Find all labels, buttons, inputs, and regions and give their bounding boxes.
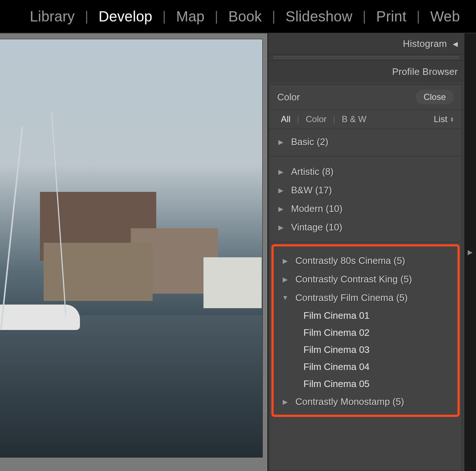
triangle-right-icon: ▶ (277, 205, 285, 213)
histogram-collapsed-indicator (268, 55, 464, 61)
triangle-right-icon: ▶ (282, 398, 289, 406)
profile-group-label: Modern (10) (291, 203, 343, 214)
close-button[interactable]: Close (416, 90, 454, 104)
profile-preset-item[interactable]: Film Cinema 05 (274, 375, 457, 392)
triangle-down-icon: ▼ (282, 294, 289, 302)
filter-bw[interactable]: B & W (338, 114, 370, 124)
profile-groups-list[interactable]: ▶Basic (2) ▶Artistic (8)▶B&W (17)▶Modern… (269, 129, 462, 471)
profile-group-row[interactable]: ▼Contrastly Film Cinema (5) (274, 289, 457, 307)
workspace: Histogram ◀ Profile Browser Color Close … (0, 33, 476, 471)
profile-group-label: B&W (17) (291, 185, 332, 196)
module-tab-book[interactable]: Book (219, 8, 271, 25)
module-switcher: Library|Develop|Map|Book|Slideshow|Print… (0, 0, 476, 33)
module-tab-develop[interactable]: Develop (89, 8, 162, 25)
profile-group-label: Contrastly Monostamp (5) (295, 396, 404, 407)
separator: | (271, 9, 276, 24)
chevron-updown-icon: ▲▼ (450, 117, 454, 122)
profile-group-label: Contrastly Contrast King (5) (295, 274, 412, 285)
triangle-right-icon: ▶ (277, 186, 285, 194)
right-panel: Histogram ◀ Profile Browser Color Close … (268, 33, 464, 471)
triangle-right-icon: ▶ (277, 138, 285, 146)
profile-group-label: Vintage (10) (291, 222, 342, 233)
collapse-right-panel-handle[interactable]: ▶ (464, 33, 476, 471)
triangle-right-icon: ▶ (468, 248, 473, 256)
separator: | (330, 114, 338, 124)
histogram-label: Histogram (403, 38, 447, 49)
profile-preset-item[interactable]: Film Cinema 02 (274, 324, 457, 341)
view-mode-label: List (434, 114, 447, 124)
profile-mode-row: Color Close (269, 85, 462, 110)
triangle-left-icon: ◀ (453, 40, 458, 48)
profile-filter-tabs: All | Color | B & W (277, 114, 370, 124)
view-mode-select[interactable]: List ▲▼ (434, 114, 454, 124)
triangle-right-icon: ▶ (277, 168, 285, 176)
profile-group-row[interactable]: ▶B&W (17) (269, 181, 462, 200)
profile-group-row[interactable]: ▶Contrastly Contrast King (5) (274, 270, 457, 289)
profile-group-label: Artistic (8) (291, 166, 334, 177)
profile-browser-panel: Color Close All | Color | B & W List ▲▼ … (269, 84, 462, 471)
photo-preview[interactable] (0, 39, 262, 457)
module-tab-web[interactable]: Web (421, 8, 469, 25)
separator: | (294, 114, 302, 124)
triangle-right-icon: ▶ (282, 275, 289, 283)
profile-group-row[interactable]: ▶Modern (10) (269, 200, 462, 218)
profile-group-row[interactable]: ▶Basic (2) (269, 133, 462, 151)
profile-browser-header[interactable]: Profile Browser (268, 61, 464, 82)
filter-all[interactable]: All (277, 114, 294, 124)
separator: | (416, 9, 421, 24)
profile-preset-item[interactable]: Film Cinema 01 (274, 307, 457, 324)
histogram-header[interactable]: Histogram ◀ (268, 33, 464, 55)
profile-filter-row: All | Color | B & W List ▲▼ (269, 110, 462, 129)
divider (269, 156, 462, 157)
profile-mode-label[interactable]: Color (277, 92, 300, 103)
separator: | (214, 9, 219, 24)
profile-browser-label: Profile Browser (392, 66, 458, 77)
profile-group-label: Contrastly Film Cinema (5) (295, 292, 408, 303)
profile-preset-item[interactable]: Film Cinema 04 (274, 358, 457, 375)
separator: | (162, 9, 166, 24)
profile-group-row[interactable]: ▶Artistic (8) (269, 162, 462, 181)
triangle-right-icon: ▶ (282, 257, 289, 265)
profile-group-label: Basic (2) (291, 136, 328, 148)
module-tab-print[interactable]: Print (367, 8, 416, 25)
divider (269, 242, 462, 242)
highlighted-profile-groups: ▶Contrastly 80s Cinema (5)▶Contrastly Co… (271, 244, 460, 417)
module-tab-map[interactable]: Map (167, 8, 214, 25)
module-tab-slideshow[interactable]: Slideshow (276, 8, 362, 25)
profile-group-row[interactable]: ▶Contrastly Monostamp (5) (274, 392, 457, 411)
canvas-area (0, 33, 268, 471)
profile-group-label: Contrastly 80s Cinema (5) (295, 255, 405, 266)
separator: | (362, 9, 367, 24)
profile-group-row[interactable]: ▶Vintage (10) (269, 218, 462, 237)
module-tab-library[interactable]: Library (20, 8, 84, 25)
filter-color[interactable]: Color (302, 114, 330, 124)
separator: | (84, 9, 89, 24)
profile-group-row[interactable]: ▶Contrastly 80s Cinema (5) (274, 251, 457, 270)
profile-preset-item[interactable]: Film Cinema 03 (274, 341, 457, 358)
triangle-right-icon: ▶ (277, 224, 285, 232)
